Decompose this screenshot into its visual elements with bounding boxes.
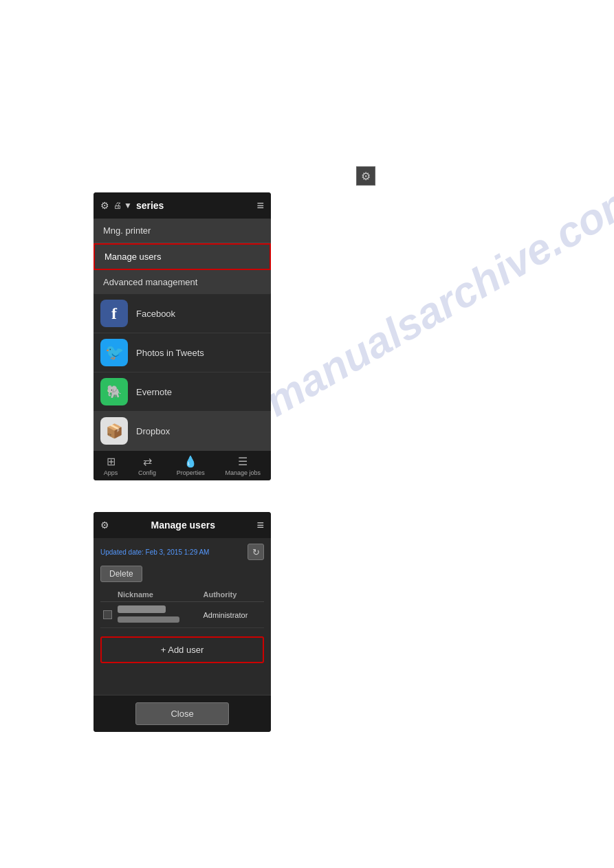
- screen2-hamburger-icon[interactable]: ≡: [256, 518, 264, 533]
- app-item-dropbox[interactable]: 📦 Dropbox: [94, 412, 271, 450]
- col-checkbox: [100, 588, 115, 602]
- screen1-header-left: ⚙ 🖨 ▼ series: [100, 200, 164, 211]
- screen2-header: ⚙ Manage users ≡: [94, 512, 271, 538]
- add-user-button[interactable]: + Add user: [100, 636, 264, 663]
- row-checkbox-cell: [100, 602, 115, 628]
- updated-date: Feb 3, 2015 1:29 AM: [146, 548, 210, 556]
- top-gear-icon[interactable]: ⚙: [356, 166, 375, 186]
- screen1-hamburger-icon[interactable]: ≡: [256, 199, 264, 213]
- twitter-icon: 🐦: [100, 339, 128, 366]
- gear-symbol: ⚙: [361, 170, 371, 183]
- user-checkbox[interactable]: [103, 610, 112, 619]
- screen1-title: series: [136, 200, 164, 211]
- updated-row: Updated date: Feb 3, 2015 1:29 AM ↻: [100, 544, 264, 560]
- refresh-button[interactable]: ↻: [248, 544, 264, 560]
- screen1-container: ⚙ 🖨 ▼ series ≡ Mng. printer Manage users…: [94, 192, 271, 480]
- dropdown-manage-users[interactable]: Manage users: [94, 243, 271, 270]
- screen1-printer-icon[interactable]: 🖨 ▼: [113, 201, 132, 210]
- app-item-facebook[interactable]: f Facebook: [94, 294, 271, 333]
- manage-jobs-tab-icon: ☰: [238, 455, 248, 468]
- app-label-facebook: Facebook: [136, 309, 175, 319]
- nickname-blurred: [118, 605, 166, 613]
- col-authority: Authority: [201, 588, 265, 602]
- screen1-dropdown: Mng. printer Manage users Advanced manag…: [94, 219, 271, 294]
- screen2-title: Manage users: [151, 520, 215, 531]
- screen2-body: Updated date: Feb 3, 2015 1:29 AM ↻ Dele…: [94, 538, 271, 674]
- app-label-evernote: Evernote: [136, 387, 172, 397]
- facebook-icon: f: [100, 300, 128, 327]
- screen1-header: ⚙ 🖨 ▼ series ≡: [94, 192, 271, 219]
- tab-manage-jobs-label: Manage jobs: [226, 469, 261, 476]
- config-tab-icon: ⇄: [143, 455, 152, 468]
- tab-config[interactable]: ⇄ Config: [138, 455, 156, 476]
- watermark: manualsarchive.com: [256, 173, 614, 425]
- tab-apps-label: Apps: [104, 469, 118, 476]
- evernote-icon: 🐘: [100, 378, 128, 405]
- tab-properties-label: Properties: [177, 469, 205, 476]
- col-nickname: Nickname: [115, 588, 201, 602]
- tab-config-label: Config: [138, 469, 156, 476]
- dropdown-advanced-management[interactable]: Advanced management: [94, 270, 271, 294]
- app-label-twitter: Photos in Tweets: [136, 348, 204, 358]
- printer-arrow: ▼: [124, 201, 132, 210]
- app-item-evernote[interactable]: 🐘 Evernote: [94, 372, 271, 412]
- email-blurred: [118, 616, 179, 623]
- properties-tab-icon: 💧: [184, 455, 197, 468]
- screen2-gear-icon[interactable]: ⚙: [100, 520, 109, 531]
- user-table: Nickname Authority Administrator: [100, 588, 264, 628]
- row-nickname-cell: [115, 602, 201, 628]
- updated-text: Updated date: Feb 3, 2015 1:29 AM: [100, 548, 209, 556]
- tab-manage-jobs[interactable]: ☰ Manage jobs: [226, 455, 261, 476]
- close-bar: Close: [94, 695, 271, 732]
- screen2-container: ⚙ Manage users ≡ Updated date: Feb 3, 20…: [94, 512, 271, 732]
- printer-symbol: 🖨: [113, 201, 122, 210]
- apps-tab-icon: ⊞: [107, 455, 116, 468]
- tab-properties[interactable]: 💧 Properties: [177, 455, 205, 476]
- close-button[interactable]: Close: [135, 702, 228, 725]
- table-row: Administrator: [100, 602, 264, 628]
- dropbox-icon: 📦: [100, 417, 128, 445]
- dropdown-mng-printer[interactable]: Mng. printer: [94, 219, 271, 243]
- app-item-twitter[interactable]: 🐦 Photos in Tweets: [94, 333, 271, 372]
- screen1-tab-bar: ⊞ Apps ⇄ Config 💧 Properties ☰ Manage jo…: [94, 450, 271, 480]
- refresh-icon: ↻: [252, 547, 260, 557]
- tab-apps[interactable]: ⊞ Apps: [104, 455, 118, 476]
- row-authority-cell: Administrator: [201, 602, 265, 628]
- app-label-dropbox: Dropbox: [136, 426, 170, 436]
- screen1-gear-icon[interactable]: ⚙: [100, 200, 109, 211]
- delete-button[interactable]: Delete: [100, 566, 142, 582]
